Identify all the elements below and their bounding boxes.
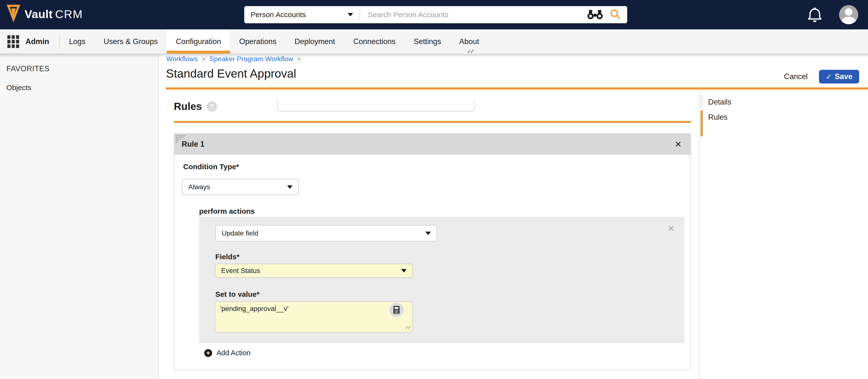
- textarea-resize-handle-artifact: [465, 49, 475, 54]
- perform-actions-label: perform actions: [199, 207, 255, 215]
- set-to-value-label: Set to value*: [215, 290, 259, 299]
- chevron-down-icon: [426, 232, 431, 235]
- condition-type-value: Always: [188, 183, 210, 191]
- avatar-head: [845, 8, 852, 16]
- chevron-down-icon: [401, 269, 406, 273]
- rules-heading-text: Rules: [174, 101, 202, 112]
- check-icon: ✓: [826, 72, 832, 81]
- set-to-value-field: 'pending_approval__v': [215, 301, 413, 333]
- favorites-heading: FAVORITES: [6, 64, 158, 73]
- search-scope-selector[interactable]: Person Accounts: [244, 10, 360, 19]
- admin-nav-bar: Admin Logs Users & Groups Configuration …: [0, 29, 868, 54]
- brand-text: VaultCRM: [25, 7, 83, 21]
- breadcrumb-workflows-link[interactable]: Workflows: [166, 55, 198, 63]
- page-title: Standard Event Approval: [166, 67, 296, 80]
- app-grid-icon[interactable]: [7, 29, 25, 54]
- action-type-select[interactable]: Update field: [215, 225, 437, 241]
- tab-connections[interactable]: Connections: [344, 29, 405, 54]
- global-search: Person Accounts: [244, 6, 627, 23]
- nav-admin[interactable]: Admin: [25, 29, 59, 54]
- chevron-down-icon: [287, 185, 292, 189]
- condition-type-select[interactable]: Always: [182, 179, 299, 195]
- rule-body: Condition Type* Always perform actions U…: [174, 155, 690, 371]
- rules-section-heading: Rules ?: [174, 101, 217, 112]
- clipped-input-fragment[interactable]: [277, 100, 475, 111]
- fields-select[interactable]: Event Status: [215, 264, 413, 278]
- set-to-value-textarea[interactable]: 'pending_approval__v': [215, 301, 413, 333]
- right-nav-rules-label: Rules: [703, 110, 727, 136]
- rule-title: Rule 1: [182, 134, 205, 155]
- right-nav-details-indicator: [701, 95, 703, 109]
- brand-vault: Vault: [25, 8, 53, 21]
- avatar-body: [841, 16, 856, 24]
- main-content: Workflows > Speaker Program Workflow > S…: [159, 54, 868, 379]
- action-type-value: Update field: [222, 230, 258, 237]
- tab-users-groups[interactable]: Users & Groups: [95, 29, 167, 54]
- add-action-label: Add Action: [217, 349, 251, 357]
- notifications-bell-icon[interactable]: [807, 7, 823, 23]
- help-icon[interactable]: ?: [207, 101, 217, 112]
- chevron-down-icon: [348, 13, 353, 16]
- breadcrumb-separator: >: [297, 55, 301, 63]
- top-bar: VaultCRM Person Accounts: [0, 0, 868, 29]
- formula-calculator-button[interactable]: [390, 303, 404, 317]
- rule-card: Rule 1 ✕ Condition Type* Always perform …: [174, 133, 691, 371]
- tab-deployment[interactable]: Deployment: [285, 29, 344, 54]
- action-close-icon[interactable]: ✕: [668, 223, 675, 233]
- action-panel: Update field ✕ Fields* Event Status Set …: [199, 217, 684, 343]
- right-nav-details-label: Details: [703, 95, 732, 109]
- fields-label: Fields*: [215, 253, 239, 261]
- textarea-resize-handle[interactable]: [404, 326, 411, 330]
- sidebar-item-objects[interactable]: Objects: [6, 83, 158, 92]
- rule-close-icon[interactable]: ✕: [675, 134, 682, 155]
- save-button[interactable]: ✓ Save: [819, 70, 859, 83]
- tab-settings[interactable]: Settings: [405, 29, 450, 54]
- right-nav-rules[interactable]: Rules: [701, 110, 727, 136]
- right-nav-rules-indicator: [701, 110, 703, 136]
- cancel-button[interactable]: Cancel: [784, 72, 808, 81]
- tab-configuration[interactable]: Configuration: [167, 29, 230, 54]
- search-input[interactable]: [360, 10, 587, 19]
- vault-crm-logo[interactable]: VaultCRM: [6, 4, 83, 24]
- rules-gray-line: [174, 126, 691, 127]
- fields-value: Event Status: [221, 267, 260, 275]
- rules-orange-underline: [174, 121, 691, 123]
- condition-type-label: Condition Type*: [183, 163, 239, 171]
- right-rail-divider: [699, 90, 700, 379]
- favorites-sidebar: FAVORITES Objects: [0, 54, 159, 379]
- rule-header: Rule 1 ✕: [174, 134, 690, 155]
- tab-operations[interactable]: Operations: [230, 29, 286, 54]
- tab-logs[interactable]: Logs: [60, 29, 94, 54]
- search-icon[interactable]: [610, 8, 621, 21]
- plus-icon: +: [204, 349, 212, 357]
- add-action-button[interactable]: + Add Action: [204, 349, 251, 357]
- search-scope-value: Person Accounts: [251, 10, 306, 19]
- vault-crm-screen: VaultCRM Person Accounts: [0, 0, 868, 379]
- save-button-label: Save: [835, 72, 852, 81]
- header-orange-divider: [166, 88, 868, 90]
- user-avatar[interactable]: [839, 5, 858, 24]
- brand-crm: CRM: [55, 8, 83, 21]
- breadcrumb-separator: >: [202, 55, 206, 63]
- binoculars-icon[interactable]: [587, 9, 603, 21]
- search-icons: [587, 8, 627, 21]
- breadcrumb-speaker-program-workflow-link[interactable]: Speaker Program Workflow: [209, 55, 293, 63]
- vault-v-icon: [6, 4, 21, 24]
- right-nav-details[interactable]: Details: [701, 95, 732, 109]
- breadcrumb: Workflows > Speaker Program Workflow >: [166, 55, 305, 63]
